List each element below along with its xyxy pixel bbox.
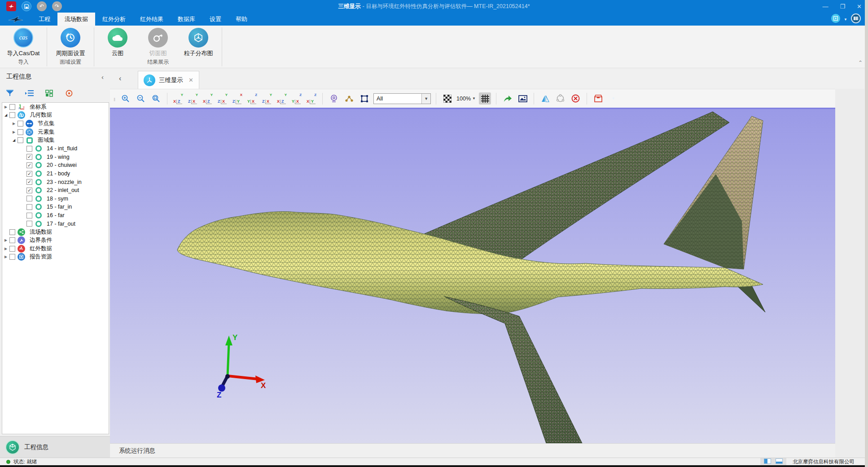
tree-checkbox[interactable] [9, 237, 15, 243]
filter-icon[interactable] [4, 88, 15, 99]
probe-icon[interactable] [328, 92, 340, 105]
tree-checkbox[interactable]: ✓ [26, 154, 32, 160]
tree-item[interactable]: 流场数据 [2, 228, 109, 236]
tree-item[interactable]: ◢ 几何数据 [2, 111, 109, 120]
view-iso-2-button[interactable]: Y XZ [276, 93, 288, 104]
tree-item[interactable]: ▶ 元素集 [2, 128, 109, 136]
zoom-level-dropdown[interactable]: 100%▼ [456, 96, 476, 102]
tree-checkbox[interactable]: ✓ [26, 162, 32, 168]
library-icon[interactable] [851, 13, 861, 23]
view-iso-3-button[interactable]: Z YX [291, 93, 302, 104]
minimize-button[interactable]: — [822, 3, 828, 10]
tree-item[interactable]: ✓ 21 - body [2, 170, 109, 178]
ribbon-collapse-button[interactable]: ⌃ [858, 60, 863, 66]
caret-down-icon[interactable]: ▼ [844, 14, 847, 22]
tree-checkbox[interactable] [26, 213, 32, 218]
layout-left-icon[interactable] [764, 458, 771, 465]
menu-tab-6[interactable]: 帮助 [228, 13, 254, 26]
menu-tab-0[interactable]: 工程 [31, 13, 57, 26]
view-top-button[interactable]: X ZY [232, 93, 243, 104]
tree-item[interactable]: ▶ 节点集 [2, 119, 109, 128]
tree-item[interactable]: ✓ 20 - chuiwei [2, 161, 109, 170]
tree-checkbox[interactable] [18, 129, 23, 135]
tree-item[interactable]: ▶ 红外数据 [2, 244, 109, 253]
ribbon-button[interactable]: 云图 [99, 28, 136, 57]
package-icon[interactable] [592, 92, 604, 105]
molecule-icon[interactable] [343, 92, 355, 105]
tree-expander[interactable]: ▶ [3, 255, 9, 259]
tree-expander[interactable]: ▶ [3, 238, 9, 242]
menu-tab-1[interactable]: 流场数据 [57, 13, 95, 26]
grid-squares-icon[interactable] [44, 88, 55, 99]
tab-close-icon[interactable]: ✕ [189, 77, 193, 83]
tree-expander[interactable]: ▶ [11, 130, 17, 134]
region-filter-combo[interactable]: All ▼ [373, 93, 431, 104]
tree-item[interactable]: ✓ 22 - inlet_out [2, 186, 109, 195]
tree-item[interactable]: ▶ 报告资源 [2, 253, 109, 262]
tree-checkbox[interactable] [26, 221, 32, 227]
tree-item[interactable]: 14 - int_fluid [2, 144, 109, 153]
caret-down-icon[interactable]: ▼ [607, 92, 619, 105]
tree-checkbox[interactable] [26, 204, 32, 210]
view-right-button[interactable]: Y ZX [217, 93, 228, 104]
tree-checkbox[interactable] [18, 137, 23, 143]
zoom-out-icon[interactable] [135, 92, 147, 105]
tree-checkbox[interactable] [26, 146, 32, 152]
cancel-icon[interactable] [570, 92, 582, 105]
tree-expander[interactable]: ▶ [11, 122, 17, 126]
tree-checkbox[interactable] [26, 196, 32, 201]
tab-3d-view[interactable]: 三维显示 ✕ [138, 71, 199, 89]
layout-bottom-icon[interactable] [776, 458, 783, 465]
snapshot-icon[interactable] [517, 92, 529, 105]
tree-item[interactable]: 18 - sym [2, 195, 109, 203]
tree-checkbox[interactable]: ✓ [26, 171, 32, 177]
menu-tab-3[interactable]: 红外结果 [133, 13, 171, 26]
view-iso-1-button[interactable]: Y ZX [261, 93, 273, 104]
tree-checkbox[interactable] [18, 121, 23, 127]
mirror-icon[interactable] [539, 92, 551, 105]
tree-expander[interactable]: ▶ [3, 247, 9, 251]
locate-icon[interactable] [64, 88, 75, 99]
tree-item[interactable]: ✓ 19 - wing [2, 153, 109, 161]
zoom-in-icon[interactable] [119, 92, 132, 105]
tree-expander[interactable]: ▶ [3, 105, 9, 109]
viewport-3d[interactable]: Y X Z [110, 108, 835, 443]
view-iso-4-button[interactable]: Z XY [306, 93, 317, 104]
menu-tab-2[interactable]: 红外分析 [95, 13, 133, 26]
close-button[interactable]: ✕ [857, 3, 862, 10]
zoom-fit-icon[interactable] [150, 92, 162, 105]
tree-expander[interactable]: ◢ [3, 113, 9, 117]
ribbon-button[interactable]: 周期面设置 [52, 28, 89, 57]
menu-tab-5[interactable]: 设置 [202, 13, 228, 26]
export-arrow-icon[interactable] [501, 92, 513, 105]
panel-collapse-button[interactable]: ‹ [101, 73, 104, 81]
tree-checkbox[interactable] [9, 254, 15, 260]
undo-icon[interactable]: ↶ [37, 1, 47, 11]
tree-item[interactable]: ✓ 23 - nozzle_in [2, 178, 109, 186]
save-icon[interactable] [22, 1, 31, 11]
tree-checkbox[interactable] [9, 104, 15, 110]
tree-expander[interactable]: ◢ [11, 138, 17, 142]
box-select-icon[interactable] [358, 92, 370, 105]
tree-checkbox[interactable]: ✓ [26, 179, 32, 185]
menu-tab-4[interactable]: 数据库 [171, 13, 202, 26]
theme-icon[interactable] [831, 14, 840, 23]
app-icon[interactable] [6, 1, 16, 11]
toolbar-drag-handle[interactable]: ॥ [113, 95, 116, 103]
tab-scroll-left-button[interactable]: ‹ [119, 74, 121, 83]
outline-list-icon[interactable] [24, 88, 35, 99]
ribbon-button[interactable]: cas 导入Cas/Dat [4, 28, 42, 57]
tree-item[interactable]: ◢ 面域集 [2, 136, 109, 144]
tree-item[interactable]: ▶ 边界条件 [2, 236, 109, 245]
view-bottom-button[interactable]: Z YX [246, 93, 258, 104]
ribbon-button[interactable]: 粒子分布图 [180, 28, 217, 57]
view-front-button[interactable]: Y XZ [172, 93, 184, 104]
tree-checkbox[interactable] [9, 112, 15, 118]
tree-checkbox[interactable]: ✓ [26, 188, 32, 193]
mesh-grid-icon[interactable] [479, 92, 491, 105]
checker-icon[interactable] [441, 92, 453, 105]
tree-item[interactable]: 15 - far_in [2, 203, 109, 211]
maximize-button[interactable]: ❐ [840, 3, 845, 10]
view-left-button[interactable]: Y XZ [202, 93, 214, 104]
panel-footer[interactable]: 工程信息 [0, 436, 110, 458]
